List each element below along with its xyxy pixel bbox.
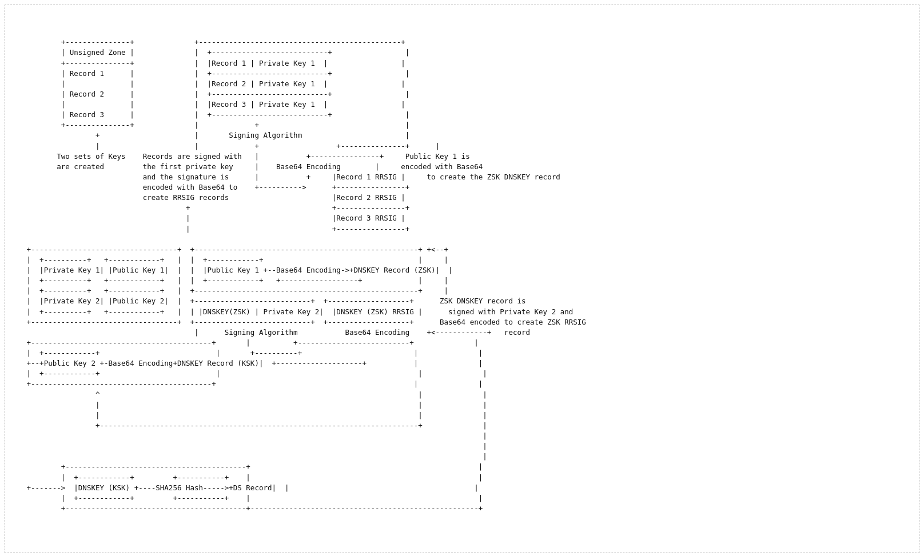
outer-border: +---------------+ +---------------------…: [5, 5, 919, 553]
diagram-pre: +---------------+ +---------------------…: [22, 27, 902, 514]
diagram-content: +---------------+ +---------------------…: [11, 11, 913, 540]
